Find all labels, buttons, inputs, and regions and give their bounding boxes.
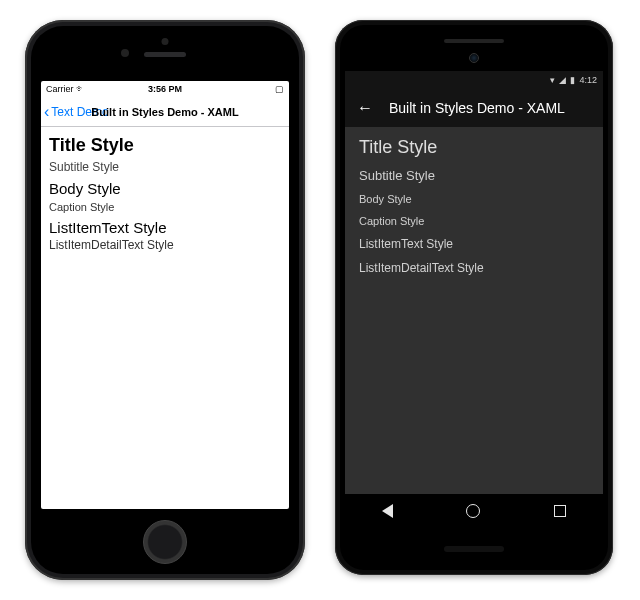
- page-title: Built in Styles Demo - XAML: [389, 100, 565, 116]
- android-app-bar: ← Built in Styles Demo - XAML: [345, 89, 603, 127]
- android-screen: ▾ ◢ ▮ 4:12 ← Built in Styles Demo - XAML…: [345, 71, 603, 528]
- chevron-left-icon: ‹: [44, 104, 49, 120]
- android-device-frame: ▾ ◢ ▮ 4:12 ← Built in Styles Demo - XAML…: [335, 20, 613, 575]
- android-bezel: ▾ ◢ ▮ 4:12 ← Built in Styles Demo - XAML…: [340, 25, 608, 570]
- signal-icon: ◢: [559, 75, 566, 85]
- earpiece-speaker-icon: [144, 52, 186, 57]
- wifi-icon: ᯤ: [76, 84, 85, 94]
- nav-home-icon[interactable]: [466, 504, 480, 518]
- ios-navigation-bar: ‹ Text Demo Built in Styles Demo - XAML: [41, 97, 289, 127]
- label-listitemdetailtext-style: ListItemDetailText Style: [359, 261, 589, 275]
- label-listitemtext-style: ListItemText Style: [359, 237, 589, 251]
- clock-label: 4:12: [579, 75, 597, 85]
- android-content-area: Title Style Subtitle Style Body Style Ca…: [345, 127, 603, 494]
- battery-icon: ▮: [570, 75, 575, 85]
- label-caption-style: Caption Style: [359, 215, 589, 227]
- label-body-style: Body Style: [359, 193, 589, 205]
- front-camera-icon: [469, 53, 479, 63]
- battery-icon: ▢: [275, 84, 284, 94]
- android-status-bar: ▾ ◢ ▮ 4:12: [345, 71, 603, 89]
- iphone-bezel: Carrier ᯤ 3:56 PM ▢ ‹ Text Demo Built in…: [31, 26, 299, 574]
- device-brand-mark-icon: [444, 546, 504, 552]
- ios-content-area: Title Style Subtitle Style Body Style Ca…: [41, 127, 289, 509]
- iphone-screen: Carrier ᯤ 3:56 PM ▢ ‹ Text Demo Built in…: [41, 81, 289, 509]
- page-title: Built in Styles Demo - XAML: [91, 106, 238, 118]
- ios-status-bar: Carrier ᯤ 3:56 PM ▢: [41, 81, 289, 97]
- clock-label: 3:56 PM: [148, 84, 182, 94]
- label-title-style: Title Style: [359, 137, 589, 158]
- label-body-style: Body Style: [49, 180, 281, 197]
- iphone-device-frame: Carrier ᯤ 3:56 PM ▢ ‹ Text Demo Built in…: [25, 20, 305, 580]
- proximity-sensor-icon: [162, 38, 169, 45]
- wifi-icon: ▾: [550, 75, 555, 85]
- front-camera-icon: [121, 49, 129, 57]
- label-title-style: Title Style: [49, 135, 281, 156]
- earpiece-speaker-icon: [444, 39, 504, 43]
- label-listitemdetailtext-style: ListItemDetailText Style: [49, 238, 281, 252]
- home-button[interactable]: [143, 520, 187, 564]
- nav-recents-icon[interactable]: [554, 505, 566, 517]
- carrier-label: Carrier ᯤ: [46, 84, 85, 94]
- label-subtitle-style: Subtitle Style: [359, 168, 589, 183]
- label-listitemtext-style: ListItemText Style: [49, 219, 281, 236]
- label-caption-style: Caption Style: [49, 201, 281, 213]
- back-arrow-icon[interactable]: ←: [357, 100, 373, 116]
- android-navigation-bar: [345, 494, 603, 528]
- nav-back-icon[interactable]: [382, 504, 393, 518]
- label-subtitle-style: Subtitle Style: [49, 160, 281, 174]
